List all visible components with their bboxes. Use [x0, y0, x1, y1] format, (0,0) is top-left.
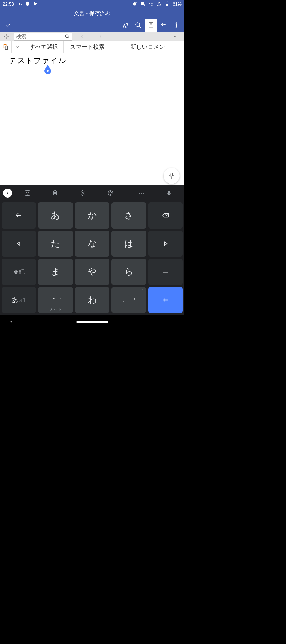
- space-key[interactable]: [148, 259, 183, 285]
- key-na[interactable]: な: [75, 231, 109, 257]
- status-network: 4G: [148, 2, 154, 7]
- svg-point-9: [6, 36, 7, 37]
- enter-key[interactable]: [148, 287, 183, 313]
- svg-rect-15: [25, 191, 30, 195]
- key-a[interactable]: あ: [38, 202, 73, 229]
- sticker-button[interactable]: [14, 190, 41, 196]
- svg-point-10: [65, 35, 68, 38]
- cursor-right-key[interactable]: [148, 231, 183, 257]
- svg-rect-14: [171, 173, 172, 176]
- keyboard-more-button[interactable]: [128, 190, 155, 196]
- smart-search-button[interactable]: スマート検索: [64, 41, 111, 53]
- find-settings-button[interactable]: [0, 34, 13, 39]
- svg-rect-27: [168, 191, 170, 194]
- voice-input-button[interactable]: [155, 190, 183, 196]
- key-ka[interactable]: か: [75, 202, 109, 229]
- new-comment-button[interactable]: 新しいコメン: [111, 41, 184, 53]
- find-placeholder: 検索: [16, 33, 26, 40]
- reverse-key[interactable]: [2, 202, 36, 229]
- context-menu: すべて選択 スマート検索 新しいコメン: [0, 41, 184, 53]
- undo-button[interactable]: [157, 19, 170, 32]
- alarm-icon: [132, 1, 137, 7]
- svg-point-21: [109, 192, 109, 193]
- text-underline: [9, 64, 47, 64]
- find-prev-button[interactable]: [73, 34, 91, 39]
- svg-point-20: [82, 192, 83, 194]
- key-sa[interactable]: さ: [111, 202, 146, 229]
- svg-point-22: [110, 191, 111, 192]
- keyboard: あ か さ た な は ☺記 ま や ら あa1 ゛ ゜: [0, 185, 184, 315]
- find-close-button[interactable]: [166, 34, 184, 39]
- paste-button[interactable]: [0, 41, 12, 53]
- status-time: 22:53: [3, 2, 14, 7]
- svg-rect-19: [54, 190, 56, 191]
- battery-icon: [165, 1, 169, 7]
- key-ra[interactable]: ら: [111, 259, 146, 285]
- status-battery: 61%: [173, 2, 182, 7]
- theme-button[interactable]: [97, 190, 124, 196]
- svg-rect-3: [167, 1, 167, 2]
- svg-point-6: [176, 23, 177, 24]
- keyboard-settings-button[interactable]: [69, 190, 96, 196]
- nav-bar: [0, 315, 184, 329]
- svg-point-4: [136, 23, 140, 26]
- clipboard-button[interactable]: [41, 190, 69, 196]
- key-wa[interactable]: わ: [75, 287, 109, 313]
- mute-icon: [140, 1, 145, 7]
- svg-point-17: [28, 192, 29, 193]
- home-indicator[interactable]: [76, 321, 108, 323]
- key-ya[interactable]: や: [75, 259, 109, 285]
- svg-point-8: [176, 26, 177, 28]
- find-next-button[interactable]: [91, 34, 110, 39]
- symbols-key[interactable]: ☺記: [2, 259, 36, 285]
- search-button[interactable]: [132, 19, 145, 32]
- svg-point-13: [47, 70, 49, 72]
- punctuation-key[interactable]: ? 。 。 ! …: [111, 287, 146, 313]
- svg-point-25: [141, 193, 142, 194]
- cursor-handle[interactable]: [44, 65, 51, 74]
- svg-point-16: [26, 192, 27, 193]
- search-icon: [65, 34, 70, 39]
- dictation-button[interactable]: [164, 168, 180, 184]
- play-store-icon: [33, 1, 38, 7]
- document-area[interactable]: テストファイル: [0, 53, 184, 185]
- svg-point-26: [143, 193, 144, 194]
- key-ha[interactable]: は: [111, 231, 146, 257]
- context-expand-button[interactable]: [12, 41, 24, 53]
- svg-point-24: [139, 193, 140, 194]
- style-button[interactable]: [119, 19, 132, 32]
- svg-rect-2: [166, 4, 168, 6]
- hide-keyboard-button[interactable]: [9, 319, 14, 325]
- key-ma[interactable]: ま: [38, 259, 73, 285]
- status-bar: 22:53 4G 61%: [0, 0, 184, 8]
- backspace-key[interactable]: [148, 202, 183, 229]
- size-key[interactable]: ゛ ゜ 大 ⇔ 小: [38, 287, 73, 313]
- shield-icon: [25, 1, 30, 7]
- signal-icon: [157, 1, 162, 7]
- key-ta[interactable]: た: [38, 231, 73, 257]
- divider: [126, 190, 126, 196]
- done-button[interactable]: [2, 19, 14, 32]
- svg-rect-18: [53, 191, 57, 195]
- settings-icon: [17, 1, 22, 7]
- input-mode-key[interactable]: あa1: [2, 287, 36, 313]
- select-all-button[interactable]: すべて選択: [24, 41, 64, 53]
- more-button[interactable]: [170, 19, 183, 32]
- text-caret: [48, 55, 48, 64]
- cursor-left-key[interactable]: [2, 231, 36, 257]
- svg-point-7: [176, 25, 177, 26]
- svg-rect-12: [5, 46, 8, 49]
- find-bar: 検索: [0, 32, 184, 41]
- page-title: 文書 - 保存済み: [0, 8, 184, 18]
- reading-view-button[interactable]: [145, 19, 157, 32]
- app-toolbar: [0, 18, 184, 32]
- keyboard-toolbar: [0, 185, 184, 201]
- keyboard-back-button[interactable]: [2, 189, 14, 198]
- find-input[interactable]: 検索: [14, 33, 72, 41]
- svg-point-23: [111, 192, 112, 193]
